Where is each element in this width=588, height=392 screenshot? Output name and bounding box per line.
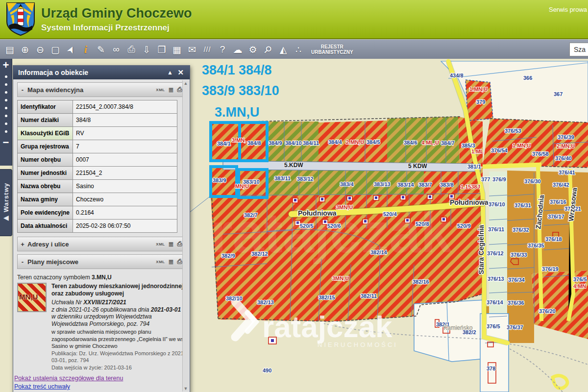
list-icon[interactable]: ≣ [169,258,174,266]
scroll-up-icon[interactable]: ▲ [183,80,189,86]
panel-body: - Mapa ewidencyjna XML ≣ ⎙ Identyfikator… [13,79,190,392]
attr-value: Choczewo [73,193,177,206]
map-label: 384/4 [328,139,342,145]
layout-icon[interactable]: ▦ [171,43,183,56]
measure-icon[interactable]: ✎ [95,43,107,56]
map-label: 382/13 [257,299,274,305]
section-mapa-ewidencyjna[interactable]: - Mapa ewidencyjna XML ≣ ⎙ [17,82,186,97]
layers-icon[interactable]: ▤ [4,43,16,56]
map-label: 384/5 [367,139,380,145]
map-label: 376/30 [524,178,541,184]
map-label: 381/1 [467,164,481,170]
panel-titlebar[interactable]: Informacja o obiekcie ▲ ✕ [13,66,190,79]
link-icon[interactable]: ∞ [110,43,122,56]
choczewo-coat-of-arms [6,2,35,36]
map-label: 376/18 [545,236,562,242]
map-label: 4.MN [573,283,586,289]
map-label: 379 [476,99,485,105]
table-row: Pole ewidencyjne0.2164 [18,206,177,220]
print-icon[interactable]: ⎙ [177,240,182,248]
map-label: 382/15 [318,294,335,300]
zoom-out-icon[interactable]: ⊖ [34,43,46,56]
select-region-icon[interactable]: ▢ [49,43,61,56]
copy-view-icon[interactable]: ❐ [156,43,168,56]
attr-value: 0.2164 [73,206,177,220]
zone-legend-swatch: MN,U [17,283,47,312]
attr-label: Nazwa gminy [18,193,73,206]
map-label: 382/7 [244,212,258,218]
attribute-table: Identyfikator221504_2.0007.384/8Numer dz… [17,100,177,233]
panel-close-icon[interactable]: ✕ [177,66,184,79]
map-label: 383/13 [374,181,391,187]
attr-value: 221504_2.0007.384/8 [73,100,177,114]
map-label: 520/9 [457,223,471,229]
panel-collapse-icon[interactable]: ▲ [167,66,173,79]
map-label: 384/1 384/8 [202,63,272,77]
map-label: 376/5 [487,323,500,329]
info-icon[interactable]: i [80,43,92,56]
app-subtitle: System Informacji Przestrzennej [41,23,170,33]
north-arrow-icon[interactable]: ◭ [277,43,289,56]
map-label: 384/7 [441,140,455,146]
attr-value: RV [73,127,177,140]
map-label: 2.MN,U [346,139,364,145]
download-icon[interactable]: ⇩ [141,43,152,56]
section-adresy-i-ulice[interactable]: + Adresy i ulice XML ≣ ⎙ [17,237,186,251]
layers-panel-tab[interactable]: ▶ Warstwy [0,169,12,236]
rail-collapse-button[interactable]: − [0,137,12,148]
attr-value: Sasino [73,180,177,193]
map-label: 376/16 [550,199,566,205]
app-window: ratajczak ratajczak NIERUCHOMOŚCI 384/1 … [0,0,588,392]
map-label: 520/5 [300,223,314,229]
map-label: 382/2 [463,329,476,335]
xml-icon[interactable]: XML [156,88,165,92]
map-label: Południowa [298,209,337,217]
map-label: 3.MN, [232,137,246,143]
xml-icon[interactable]: XML [156,260,165,264]
attr-value: 384/8 [73,114,177,127]
print-icon[interactable]: ⎙ [177,86,182,94]
map-label: Południowa [450,198,489,206]
list-icon[interactable]: ≣ [169,241,174,248]
pointer-icon[interactable]: ➤ [62,42,79,58]
attr-label: Numer działki [18,114,73,127]
print-icon[interactable]: ⎙ [177,258,182,266]
map-label: 376/54 [491,147,508,153]
settings-icon[interactable]: ⚙ [247,43,259,56]
measure-lines-icon[interactable]: /// [201,43,213,56]
print-icon[interactable]: ⎙ [125,43,137,56]
map-label: 383/9 383/10 [202,83,279,98]
search-input[interactable]: Sza [569,43,588,56]
plan-zone-intro: Teren oznaczony symbolem 3.MN,U [17,274,186,281]
list-icon[interactable]: ≣ [169,86,174,94]
header-service-text: Serwis prowa [549,6,587,13]
share-icon[interactable]: ∴ [293,43,304,56]
help-icon[interactable]: ? [217,43,228,56]
register-urbanistyczny-button[interactable]: REJESTR URBANISTYCZNY [311,44,353,55]
map-label: 1.1538J [461,184,480,190]
rail-expand-button[interactable]: + [0,59,12,72]
attr-label: Identyfikator [18,100,73,114]
map-label: 366 [523,75,532,81]
panel-scrollbar[interactable]: ▲ ▼ [182,80,189,392]
section-plany-miejscowe[interactable]: - Plany miejscowe XML ≣ ⎙ [17,254,186,269]
map-label: 376/17 [548,214,564,220]
plan-link[interactable]: Pokaż ustalenia szczegółowe dla terenu [14,375,190,382]
map-label: 382/10 [226,295,243,301]
map-label: 520/6 [327,223,341,229]
search-area-icon[interactable]: ⚲ [259,41,276,58]
map-label: 376/14 [487,299,504,305]
map-label: 376/34 [508,277,525,283]
xml-icon[interactable]: XML [156,242,165,246]
svg-text:NIERUCHOMOŚCI: NIERUCHOMOŚCI [318,341,398,348]
map-label: 376/42 [553,182,569,188]
table-row: Numer obrębu0007 [18,153,177,167]
table-row: Numer działki384/8 [18,114,177,127]
plan-link[interactable]: Pokaż treść uchwały [14,383,190,390]
map-label: 378 [487,366,495,371]
comment-icon[interactable]: ✉ [186,43,198,56]
zoom-in-icon[interactable]: ⊕ [19,43,31,56]
cloud-upload-icon[interactable]: ☁ [232,43,244,56]
svg-text:ratajczak: ratajczak [262,310,392,343]
scroll-down-icon[interactable]: ▼ [183,386,189,392]
